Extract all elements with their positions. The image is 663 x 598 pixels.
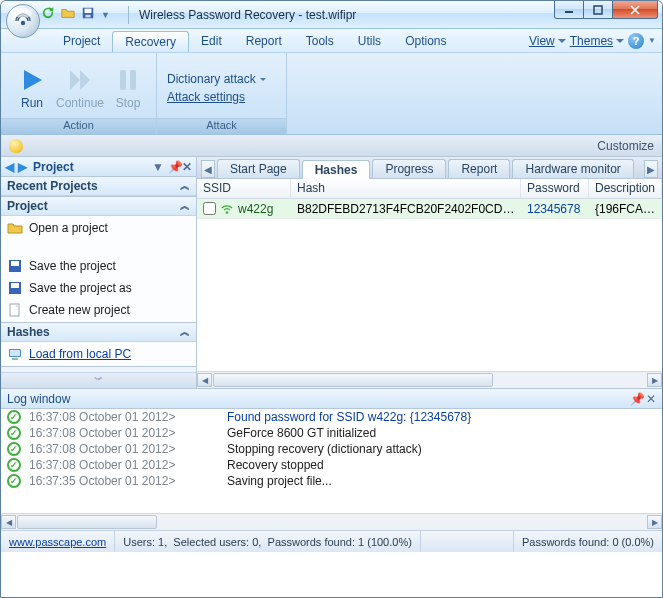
grid-scrollbar[interactable]: ◀ ▶ (197, 371, 662, 388)
ok-icon: ✓ (7, 458, 21, 472)
run-label: Run (21, 96, 43, 110)
col-password[interactable]: Password (521, 179, 589, 198)
create-project-item[interactable]: Create new project (7, 302, 190, 318)
run-button[interactable]: Run (11, 66, 53, 110)
tab-hardware-monitor[interactable]: Hardware monitor (512, 159, 633, 178)
side-close-icon[interactable]: ✕ (182, 160, 192, 174)
chevron-up-icon[interactable]: ︽ (180, 179, 190, 193)
group-attack-label: Attack (157, 118, 286, 134)
menu-utils[interactable]: Utils (346, 29, 393, 52)
menu-options[interactable]: Options (393, 29, 458, 52)
col-hash[interactable]: Hash (291, 179, 521, 198)
cell-hash: B82DFEBD2713F4FCB20F2402F0CD0... (291, 202, 521, 216)
open-project-item[interactable]: Open a project (7, 220, 190, 236)
svg-rect-11 (11, 283, 19, 288)
chevron-up-icon[interactable]: ︽ (180, 325, 190, 339)
col-description[interactable]: Description (589, 179, 662, 198)
svg-rect-2 (85, 15, 90, 18)
continue-button[interactable]: Continue (59, 66, 101, 110)
refresh-icon[interactable] (41, 6, 55, 23)
menu-view[interactable]: View (529, 34, 566, 48)
scroll-left-icon[interactable]: ◀ (197, 373, 212, 387)
svg-rect-14 (10, 350, 20, 356)
nav-back-icon[interactable]: ◀ (5, 160, 14, 174)
recent-projects-header[interactable]: Recent Projects (7, 179, 98, 193)
svg-rect-6 (120, 70, 126, 90)
ok-icon: ✓ (7, 474, 21, 488)
help-dropdown-icon[interactable]: ▼ (648, 36, 656, 45)
status-selected: Selected users: 0, (173, 536, 261, 548)
row-checkbox[interactable] (203, 202, 216, 215)
close-button[interactable] (612, 1, 658, 19)
menu-report[interactable]: Report (234, 29, 294, 52)
cell-ssid: w422g (238, 202, 273, 216)
log-close-icon[interactable]: ✕ (646, 392, 656, 406)
log-row: ✓16:37:08 October 01 2012>Found password… (1, 409, 662, 425)
menu-recovery[interactable]: Recovery (112, 31, 189, 52)
log-title: Log window (7, 392, 70, 406)
tab-scroll-right[interactable]: ▶ (644, 160, 658, 178)
scroll-left-icon[interactable]: ◀ (1, 515, 16, 529)
save-project-as-item[interactable]: Save the project as (7, 280, 190, 296)
hashes-header[interactable]: Hashes (7, 325, 50, 339)
svg-point-5 (21, 21, 25, 25)
log-row: ✓16:37:08 October 01 2012>GeForce 8600 G… (1, 425, 662, 441)
app-orb-button[interactable] (6, 4, 40, 38)
pin-icon[interactable]: 📌 (168, 160, 178, 174)
status-url[interactable]: www.passcape.com (9, 536, 106, 548)
menu-edit[interactable]: Edit (189, 29, 234, 52)
nav-forward-icon[interactable]: ▶ (18, 160, 27, 174)
scroll-thumb[interactable] (213, 373, 493, 387)
open-icon[interactable] (61, 6, 75, 23)
menubar: Project Recovery Edit Report Tools Utils… (1, 29, 662, 53)
customize-row: Customize (1, 135, 662, 157)
divider (128, 6, 129, 24)
side-title: Project (33, 160, 74, 174)
log-pin-icon[interactable]: 📌 (630, 392, 640, 406)
tab-start-page[interactable]: Start Page (217, 159, 300, 178)
log-body: ✓16:37:08 October 01 2012>Found password… (1, 409, 662, 513)
status-found-right: Passwords found: 0 (0.0%) (522, 536, 654, 548)
ribbon: Run Continue Stop Action Dictionary atta… (1, 53, 662, 135)
attack-settings-link[interactable]: Attack settings (167, 90, 266, 104)
customize-link[interactable]: Customize (597, 139, 654, 153)
side-menu-icon[interactable]: ▼ (152, 160, 164, 174)
chevron-up-icon[interactable]: ︽ (180, 199, 190, 213)
dictionary-attack-link[interactable]: Dictionary attack (167, 72, 266, 86)
tab-report[interactable]: Report (448, 159, 510, 178)
ok-icon: ✓ (7, 426, 21, 440)
continue-label: Continue (56, 96, 104, 110)
tab-progress[interactable]: Progress (372, 159, 446, 178)
menu-project[interactable]: Project (51, 29, 112, 52)
qat-dropdown-icon[interactable]: ▼ (101, 10, 110, 20)
maximize-button[interactable] (583, 1, 613, 19)
tab-scroll-left[interactable]: ◀ (201, 160, 215, 178)
menu-tools[interactable]: Tools (294, 29, 346, 52)
stop-button[interactable]: Stop (107, 66, 149, 110)
col-ssid[interactable]: SSID (197, 179, 291, 198)
minimize-button[interactable] (554, 1, 584, 19)
tab-hashes[interactable]: Hashes (302, 160, 371, 179)
side-panel: ◀ ▶ Project ▼ 📌 ✕ Recent Projects︽ Proje… (1, 157, 197, 388)
save-icon[interactable] (81, 6, 95, 23)
side-collapse-icon[interactable]: ︾ (1, 372, 196, 388)
help-icon[interactable]: ? (628, 33, 644, 49)
log-scrollbar[interactable]: ◀ ▶ (1, 513, 662, 530)
table-row[interactable]: w422g B82DFEBD2713F4FCB20F2402F0CD0... 1… (197, 199, 662, 219)
load-from-local-pc-item[interactable]: Load from local PC (7, 346, 190, 362)
scroll-thumb[interactable] (17, 515, 157, 529)
status-found: Passwords found: 1 (100.0%) (268, 536, 412, 548)
bulb-icon[interactable] (9, 139, 23, 153)
ok-icon: ✓ (7, 410, 21, 424)
project-header[interactable]: Project (7, 199, 48, 213)
log-header: Log window 📌 ✕ (1, 389, 662, 409)
log-row: ✓16:37:08 October 01 2012>Recovery stopp… (1, 457, 662, 473)
wifi-icon (220, 202, 234, 216)
stop-label: Stop (116, 96, 141, 110)
ok-icon: ✓ (7, 442, 21, 456)
save-project-item[interactable]: Save the project (7, 258, 190, 274)
scroll-right-icon[interactable]: ▶ (647, 373, 662, 387)
menu-themes[interactable]: Themes (570, 34, 624, 48)
cell-password: 12345678 (521, 202, 589, 216)
scroll-right-icon[interactable]: ▶ (647, 515, 662, 529)
